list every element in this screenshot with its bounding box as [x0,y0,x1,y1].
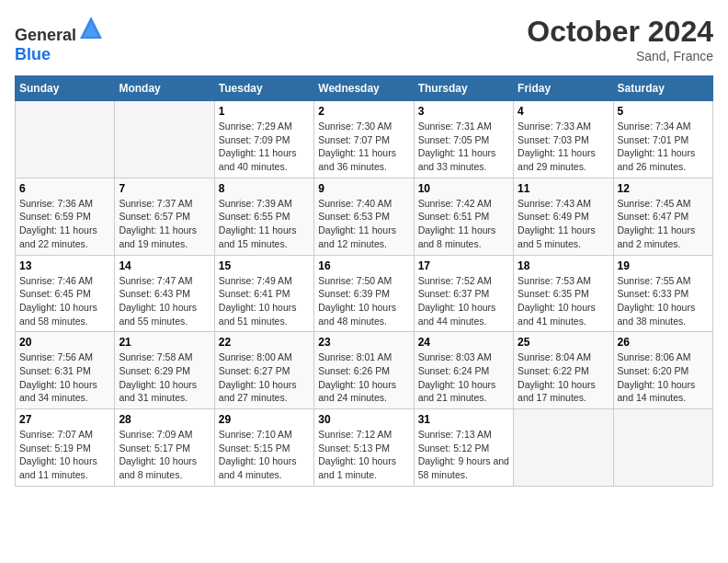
calendar-cell: 22Sunrise: 8:00 AMSunset: 6:27 PMDayligh… [214,332,313,409]
day-number: 9 [318,182,409,195]
calendar-week-row: 1Sunrise: 7:29 AMSunset: 7:09 PMDaylight… [16,101,713,178]
calendar-cell: 4Sunrise: 7:33 AMSunset: 7:03 PMDaylight… [514,101,613,178]
day-number: 11 [518,182,609,195]
day-info: Sunrise: 7:10 AMSunset: 5:15 PMDaylight:… [219,428,310,482]
calendar-cell: 27Sunrise: 7:07 AMSunset: 5:19 PMDayligh… [16,409,115,487]
calendar-week-row: 6Sunrise: 7:36 AMSunset: 6:59 PMDaylight… [16,178,713,255]
day-number: 28 [119,413,210,426]
day-info: Sunrise: 7:34 AMSunset: 7:01 PMDaylight:… [618,120,709,174]
calendar-cell: 19Sunrise: 7:55 AMSunset: 6:33 PMDayligh… [613,255,712,332]
calendar-cell: 6Sunrise: 7:36 AMSunset: 6:59 PMDaylight… [16,178,115,255]
day-info: Sunrise: 7:12 AMSunset: 5:13 PMDaylight:… [318,428,409,482]
calendar-cell: 17Sunrise: 7:52 AMSunset: 6:37 PMDayligh… [414,255,513,332]
day-number: 13 [19,259,110,272]
calendar-cell: 9Sunrise: 7:40 AMSunset: 6:53 PMDaylight… [314,178,414,255]
day-info: Sunrise: 8:03 AMSunset: 6:24 PMDaylight:… [418,350,509,405]
calendar-cell: 31Sunrise: 7:13 AMSunset: 5:12 PMDayligh… [414,409,513,487]
day-info: Sunrise: 7:55 AMSunset: 6:33 PMDaylight:… [618,274,709,328]
logo-icon [78,15,104,40]
day-number: 10 [418,182,509,195]
day-info: Sunrise: 7:50 AMSunset: 6:39 PMDaylight:… [318,274,409,328]
day-number: 12 [618,182,709,195]
day-number: 4 [518,105,609,118]
day-number: 21 [119,336,210,349]
day-number: 5 [618,105,709,118]
calendar-cell: 30Sunrise: 7:12 AMSunset: 5:13 PMDayligh… [314,409,414,487]
calendar-cell: 12Sunrise: 7:45 AMSunset: 6:47 PMDayligh… [613,178,712,255]
calendar-cell: 10Sunrise: 7:42 AMSunset: 6:51 PMDayligh… [414,178,513,255]
logo-blue: Blue [15,45,51,63]
day-info: Sunrise: 7:36 AMSunset: 6:59 PMDaylight:… [19,197,110,251]
calendar-cell: 8Sunrise: 7:39 AMSunset: 6:55 PMDaylight… [214,178,313,255]
day-number: 2 [318,105,409,118]
calendar-cell [514,409,613,487]
calendar-week-row: 13Sunrise: 7:46 AMSunset: 6:45 PMDayligh… [16,255,713,332]
calendar-table: SundayMondayTuesdayWednesdayThursdayFrid… [15,75,713,487]
calendar-cell: 7Sunrise: 7:37 AMSunset: 6:57 PMDaylight… [115,178,214,255]
day-info: Sunrise: 7:13 AMSunset: 5:12 PMDaylight:… [418,428,509,482]
day-info: Sunrise: 7:53 AMSunset: 6:35 PMDaylight:… [518,274,609,328]
calendar-cell: 18Sunrise: 7:53 AMSunset: 6:35 PMDayligh… [514,255,613,332]
logo-general: General [15,26,76,44]
day-number: 27 [19,413,110,426]
day-info: Sunrise: 7:47 AMSunset: 6:43 PMDaylight:… [119,274,210,328]
day-info: Sunrise: 7:58 AMSunset: 6:29 PMDaylight:… [119,350,210,405]
day-number: 16 [318,259,409,272]
calendar-body: 1Sunrise: 7:29 AMSunset: 7:09 PMDaylight… [16,101,713,487]
day-number: 24 [418,336,509,349]
calendar-week-row: 20Sunrise: 7:56 AMSunset: 6:31 PMDayligh… [16,332,713,409]
day-info: Sunrise: 7:42 AMSunset: 6:51 PMDaylight:… [418,197,509,251]
month-title: October 2024 [527,15,713,49]
day-info: Sunrise: 7:30 AMSunset: 7:07 PMDaylight:… [318,120,409,174]
day-info: Sunrise: 7:09 AMSunset: 5:17 PMDaylight:… [119,428,210,482]
day-info: Sunrise: 7:37 AMSunset: 6:57 PMDaylight:… [119,197,210,251]
calendar-cell: 2Sunrise: 7:30 AMSunset: 7:07 PMDaylight… [314,101,414,178]
calendar-cell: 16Sunrise: 7:50 AMSunset: 6:39 PMDayligh… [314,255,414,332]
calendar-cell: 24Sunrise: 8:03 AMSunset: 6:24 PMDayligh… [414,332,513,409]
day-info: Sunrise: 7:31 AMSunset: 7:05 PMDaylight:… [418,120,509,174]
calendar-day-header: Saturday [613,76,712,101]
day-number: 20 [19,336,110,349]
calendar-day-header: Wednesday [314,76,414,101]
day-number: 30 [318,413,409,426]
calendar-cell: 21Sunrise: 7:58 AMSunset: 6:29 PMDayligh… [115,332,214,409]
location: Sand, France [527,49,713,63]
day-number: 7 [119,182,210,195]
calendar-cell: 20Sunrise: 7:56 AMSunset: 6:31 PMDayligh… [16,332,115,409]
day-info: Sunrise: 7:56 AMSunset: 6:31 PMDaylight:… [19,350,110,405]
calendar-cell: 13Sunrise: 7:46 AMSunset: 6:45 PMDayligh… [16,255,115,332]
day-info: Sunrise: 7:39 AMSunset: 6:55 PMDaylight:… [219,197,310,251]
day-number: 25 [518,336,609,349]
calendar-cell [115,101,214,178]
calendar-cell: 11Sunrise: 7:43 AMSunset: 6:49 PMDayligh… [514,178,613,255]
day-number: 18 [518,259,609,272]
day-number: 31 [418,413,509,426]
calendar-day-header: Monday [115,76,214,101]
day-info: Sunrise: 7:40 AMSunset: 6:53 PMDaylight:… [318,197,409,251]
day-number: 19 [618,259,709,272]
calendar-day-header: Friday [514,76,613,101]
day-info: Sunrise: 7:52 AMSunset: 6:37 PMDaylight:… [418,274,509,328]
calendar-week-row: 27Sunrise: 7:07 AMSunset: 5:19 PMDayligh… [16,409,713,487]
day-number: 14 [119,259,210,272]
calendar-day-header: Tuesday [214,76,313,101]
day-number: 23 [318,336,409,349]
day-number: 1 [219,105,310,118]
calendar-cell: 28Sunrise: 7:09 AMSunset: 5:17 PMDayligh… [115,409,214,487]
calendar-cell [613,409,712,487]
day-info: Sunrise: 7:33 AMSunset: 7:03 PMDaylight:… [518,120,609,174]
day-number: 6 [19,182,110,195]
calendar-day-header: Thursday [414,76,513,101]
page-header: General Blue October 2024 Sand, France [15,15,713,64]
calendar-cell: 5Sunrise: 7:34 AMSunset: 7:01 PMDaylight… [613,101,712,178]
day-info: Sunrise: 8:06 AMSunset: 6:20 PMDaylight:… [618,350,709,405]
calendar-cell: 23Sunrise: 8:01 AMSunset: 6:26 PMDayligh… [314,332,414,409]
calendar-cell [16,101,115,178]
day-number: 8 [219,182,310,195]
day-number: 15 [219,259,310,272]
calendar-cell: 14Sunrise: 7:47 AMSunset: 6:43 PMDayligh… [115,255,214,332]
calendar-cell: 25Sunrise: 8:04 AMSunset: 6:22 PMDayligh… [514,332,613,409]
day-info: Sunrise: 8:00 AMSunset: 6:27 PMDaylight:… [219,350,310,405]
day-info: Sunrise: 7:07 AMSunset: 5:19 PMDaylight:… [19,428,110,482]
day-number: 3 [418,105,509,118]
